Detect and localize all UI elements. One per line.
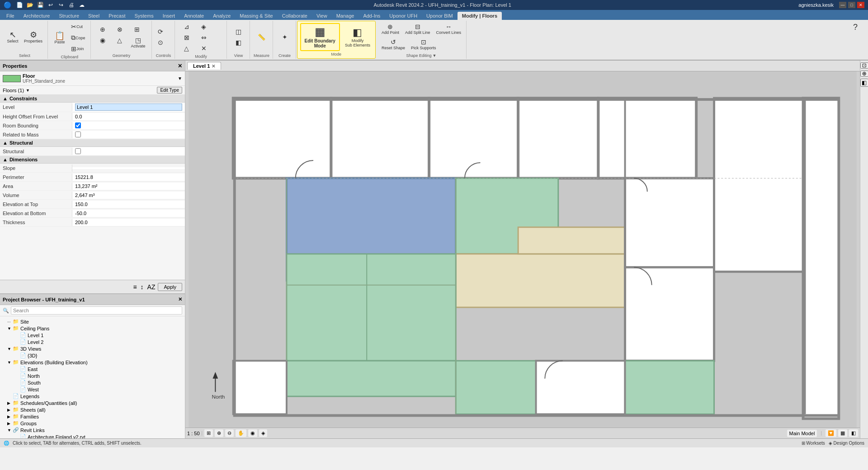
- shape-editing-dropdown-icon[interactable]: ▼: [433, 53, 437, 58]
- tree-item-west[interactable]: 📄 West: [0, 386, 185, 393]
- tree-item-south[interactable]: 📄 South: [0, 379, 185, 386]
- browser-search-input[interactable]: [11, 306, 182, 315]
- tab-precast[interactable]: Precast: [104, 12, 130, 20]
- browser-close-btn[interactable]: ✕: [178, 296, 182, 302]
- qa-redo[interactable]: ↪: [57, 0, 66, 9]
- tree-expand-sheets[interactable]: ▶: [7, 408, 13, 412]
- modify-btn-3[interactable]: ⊠: [179, 33, 195, 42]
- tab-view[interactable]: View: [312, 12, 332, 20]
- modify-btn-5[interactable]: △: [179, 43, 195, 53]
- qa-new[interactable]: 📄: [15, 0, 24, 9]
- tree-item-3d-views[interactable]: ▼ 📁 3D Views: [0, 345, 185, 352]
- floors-dropdown-icon[interactable]: ▼: [26, 88, 30, 93]
- add-split-line-btn[interactable]: ⊟ Add Split Line: [403, 22, 433, 36]
- cut-btn[interactable]: ✂ Cut: [69, 22, 88, 32]
- qa-save[interactable]: 💾: [36, 0, 45, 9]
- create-btn[interactable]: ✦: [277, 32, 293, 42]
- paste-btn[interactable]: 📋 Paste: [52, 30, 68, 46]
- tree-item-ceiling-level2[interactable]: 📄 Level 2: [0, 338, 185, 345]
- join-btn[interactable]: ⊞ Join: [69, 44, 88, 54]
- room-bounding-checkbox[interactable]: [75, 122, 81, 128]
- tab-modify-floors[interactable]: Modify | Floors: [458, 12, 502, 20]
- tab-architecture[interactable]: Architecture: [19, 12, 55, 20]
- tree-expand-revit-links[interactable]: ▼: [7, 428, 13, 432]
- right-panel-steering[interactable]: ⊕: [860, 70, 868, 77]
- pan-btn[interactable]: ✋: [236, 429, 246, 437]
- edit-type-btn[interactable]: Edit Type: [157, 87, 182, 94]
- tree-expand-ceiling[interactable]: ▼: [7, 326, 13, 331]
- tree-item-arch-finland[interactable]: 📄 Architecture Finland v2.rvt: [0, 433, 185, 438]
- tree-item-north[interactable]: 📄 North: [0, 372, 185, 379]
- view-btn-2[interactable]: ◧: [231, 38, 247, 47]
- close-button[interactable]: ✕: [857, 2, 864, 8]
- controls-btn-1[interactable]: ⟳: [156, 27, 172, 37]
- tree-item-schedules[interactable]: ▶ 📁 Schedules/Quantities (all): [0, 400, 185, 406]
- qa-open[interactable]: 📂: [25, 0, 34, 9]
- prop-type-dropdown-btn[interactable]: ▼: [178, 76, 182, 81]
- tree-item-ceiling-plans[interactable]: ▼ 📁 Ceiling Plans: [0, 325, 185, 332]
- tree-item-ceiling-level1[interactable]: 📄 Level 1: [0, 332, 185, 338]
- measure-btn[interactable]: 📏: [254, 32, 270, 42]
- tree-expand-3d[interactable]: ▼: [7, 347, 13, 351]
- zoom-out-btn[interactable]: ⊖: [225, 429, 234, 437]
- design-options-btn[interactable]: ◈ Design Options: [829, 441, 864, 446]
- tab-systems[interactable]: Systems: [130, 12, 158, 20]
- tree-item-site[interactable]: ··· 📁 Site: [0, 318, 185, 325]
- reset-shape-btn[interactable]: ↺ Reset Shape: [379, 37, 407, 52]
- structural-section-header[interactable]: ▲ Structural: [0, 139, 185, 147]
- level-input[interactable]: [75, 103, 182, 111]
- tree-item-families[interactable]: ▶ 📁 Families: [0, 413, 185, 420]
- geometry-btn-1[interactable]: ⊕: [94, 24, 111, 34]
- zoom-in-btn[interactable]: ⊕: [215, 429, 223, 437]
- help-btn[interactable]: ?: [847, 22, 863, 33]
- modify-btn-1[interactable]: ⊿: [179, 22, 195, 32]
- visual-style-btn[interactable]: ◧: [849, 429, 858, 437]
- canvas-tab-level1[interactable]: Level 1 ✕: [187, 62, 221, 70]
- modify-btn-6[interactable]: ✕: [196, 43, 212, 53]
- properties-close-btn[interactable]: ✕: [178, 63, 182, 69]
- select-btn[interactable]: ↖ Select: [5, 29, 21, 45]
- view-btn-1[interactable]: ◫: [231, 27, 247, 37]
- tree-expand-families[interactable]: ▶: [7, 414, 13, 419]
- convert-lines-btn[interactable]: ↔ Convert Lines: [434, 22, 464, 36]
- apply-btn[interactable]: Apply: [158, 283, 182, 291]
- model-select-btn[interactable]: Main Model: [787, 430, 817, 437]
- properties-btn[interactable]: ⚙ Properties: [22, 29, 45, 45]
- tab-collaborate[interactable]: Collaborate: [278, 12, 312, 20]
- constraints-section-header[interactable]: ▲ Constraints: [0, 95, 185, 103]
- modify-sub-elements-btn[interactable]: ◧ ModifySub Elements: [343, 24, 373, 50]
- dimensions-section-header[interactable]: ▲ Dimensions: [0, 156, 185, 164]
- geometry-btn-3[interactable]: ⊞: [129, 24, 145, 34]
- view-cube-btn[interactable]: ◈: [259, 429, 267, 437]
- qa-undo[interactable]: ↩: [46, 0, 55, 9]
- pick-supports-btn[interactable]: ⊡ Pick Supports: [409, 37, 439, 52]
- tab-analyze[interactable]: Analyze: [208, 12, 235, 20]
- tree-item-sheets[interactable]: ▶ 📁 Sheets (all): [0, 406, 185, 413]
- tab-massing[interactable]: Massing & Site: [235, 12, 277, 20]
- az-icon-btn[interactable]: AZ: [146, 282, 156, 291]
- tab-steel[interactable]: Steel: [84, 12, 104, 20]
- tab-structure[interactable]: Structure: [54, 12, 84, 20]
- tree-item-elevations[interactable]: ▼ 📁 Elevations (Building Elevation): [0, 359, 185, 366]
- tree-item-revit-links[interactable]: ▼ 🔗 Revit Links: [0, 427, 185, 433]
- zoom-fit-btn[interactable]: ⊞: [204, 429, 213, 437]
- tree-expand-elevations[interactable]: ▼: [7, 360, 13, 365]
- orbit-btn[interactable]: ◉: [248, 429, 257, 437]
- geometry-btn-2[interactable]: ⊗: [112, 24, 128, 34]
- tab-file[interactable]: File: [2, 12, 19, 20]
- worksets-btn[interactable]: ⊞ Worksets: [802, 441, 825, 446]
- qa-print[interactable]: 🖨: [67, 0, 76, 9]
- tree-item-groups[interactable]: ▶ 📁 Groups: [0, 420, 185, 427]
- sort-icon-btn[interactable]: ↕: [140, 282, 145, 291]
- tab-uponor-bim[interactable]: Uponor BIM: [422, 12, 458, 20]
- tab-annotate[interactable]: Annotate: [179, 12, 208, 20]
- add-point-btn[interactable]: ⊕ Add Point: [379, 22, 401, 36]
- geometry-btn-4[interactable]: ◉: [94, 35, 111, 50]
- right-panel-view-cube[interactable]: ⊡: [860, 62, 868, 69]
- controls-btn-2[interactable]: ⊙: [156, 38, 172, 47]
- geometry-btn-5[interactable]: △: [112, 35, 128, 50]
- related-to-mass-checkbox[interactable]: [75, 132, 81, 137]
- tab-uponor-ufh[interactable]: Uponor UFH: [385, 12, 422, 20]
- modify-btn-4[interactable]: ⇔: [196, 33, 212, 42]
- tree-expand-groups[interactable]: ▶: [7, 421, 13, 426]
